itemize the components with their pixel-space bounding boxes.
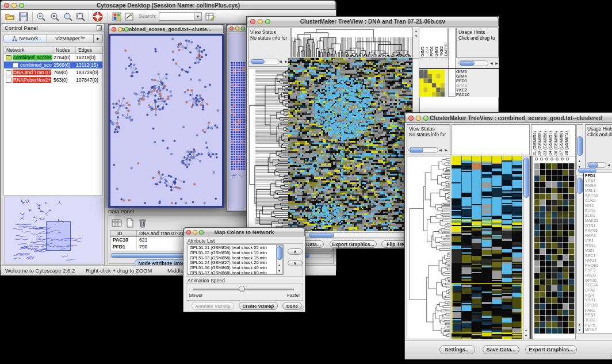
gene-label[interactable]: YSH1: [585, 298, 612, 303]
gene-label[interactable]: RPO21: [585, 303, 612, 308]
open-file-icon[interactable]: [5, 12, 15, 21]
help-icon[interactable]: [93, 12, 103, 22]
minimize-icon[interactable]: [416, 116, 421, 121]
gene-label[interactable]: GTB1: [585, 224, 612, 229]
gene-label[interactable]: PEP5: [585, 323, 612, 328]
tab-vizmapper[interactable]: VizMapper™: [47, 34, 94, 43]
close-icon[interactable]: [230, 26, 234, 30]
save-data-button[interactable]: Save Data...: [483, 345, 519, 354]
vscroll-thumb[interactable]: [523, 158, 529, 198]
zoom-window-icon[interactable]: [265, 19, 270, 24]
scroll-up-icon[interactable]: ▲: [277, 263, 282, 268]
scroll-left-icon[interactable]: ◀: [489, 61, 494, 66]
delete-attribute-icon[interactable]: [138, 218, 147, 228]
row-dendrogram[interactable]: [407, 156, 450, 339]
scroll-left-icon[interactable]: ◀: [438, 148, 443, 153]
hscroll-thumb[interactable]: [588, 163, 598, 167]
column-header-id[interactable]: ID: [110, 231, 137, 236]
treeview1-title-bar[interactable]: ClusterMaker TreeView : DNA and Tran 07-…: [247, 17, 499, 26]
create-vizmap-button[interactable]: Create Vizmap: [239, 302, 278, 310]
resize-grip[interactable]: [610, 352, 612, 359]
column-labels-vscrollbar[interactable]: ▲ ▼: [576, 124, 583, 170]
gene-label[interactable]: PUF3: [585, 268, 612, 273]
network1-canvas[interactable]: [109, 34, 224, 208]
vscroll-thumb[interactable]: [577, 178, 583, 194]
hscroll-thumb[interactable]: [460, 61, 475, 66]
resize-grip[interactable]: [298, 305, 304, 311]
move-up-button[interactable]: ∧: [288, 248, 303, 255]
zoom-selected-icon[interactable]: [63, 12, 73, 22]
scroll-down-icon[interactable]: ▼: [277, 269, 282, 274]
move-down-button[interactable]: ∨: [288, 260, 303, 266]
scroll-up-icon[interactable]: ▲: [523, 328, 529, 333]
gene-label[interactable]: MSL1: [585, 189, 612, 194]
network-table-row[interactable]: combined_scores2764(0)16218(0): [4, 54, 102, 62]
gene-label[interactable]: PHO81: [585, 263, 612, 269]
gene-label[interactable]: YRA1: [585, 179, 612, 184]
zoom-window-icon[interactable]: [423, 116, 429, 121]
column-dendrogram[interactable]: [291, 28, 413, 58]
slider-thumb[interactable]: [239, 286, 245, 292]
network-table-row[interactable]: DNA and Tran 07769(0)183728(0): [4, 69, 102, 76]
gene-label[interactable]: SEC1: [585, 254, 612, 259]
usage-hints-hscrollbar[interactable]: [458, 60, 488, 66]
usage-hints-hscrollbar[interactable]: [587, 162, 606, 168]
vizmapper-icon[interactable]: [112, 12, 121, 21]
settings-button[interactable]: Settings...: [439, 345, 475, 354]
heatmap-vscrollbar[interactable]: ▲ ▼: [523, 156, 530, 339]
tabs-overflow-button[interactable]: ▶: [94, 34, 103, 43]
network1-title-bar[interactable]: combined_scores_good.txt--cluste...: [109, 25, 224, 33]
gene-label[interactable]: MAK31: [585, 219, 612, 224]
heatmap-column-label[interactable]: GIM3: [434, 47, 438, 56]
scroll-down-icon[interactable]: ▼: [523, 334, 529, 339]
close-icon[interactable]: [250, 19, 255, 24]
network-table-row[interactable]: RNAPuberNov2+563(0)107847(0): [4, 76, 102, 84]
gene-label[interactable]: PAN1: [585, 308, 612, 313]
gene-label[interactable]: CLN1: [585, 198, 612, 204]
gene-label[interactable]: CPA2: [585, 288, 612, 293]
float-panel-icon[interactable]: [97, 25, 102, 30]
scroll-right-icon[interactable]: ▶: [494, 61, 499, 66]
gene-label[interactable]: HMG1: [585, 258, 612, 263]
dialog-title-bar[interactable]: Map Colors to Network: [183, 228, 305, 236]
zoom-window-icon[interactable]: [19, 3, 24, 8]
zoom-window-icon[interactable]: [241, 26, 245, 30]
scroll-up-icon[interactable]: ▲: [577, 159, 582, 164]
birdseye-view[interactable]: [4, 197, 102, 263]
export-graphics-button[interactable]: Export Graphics...: [525, 345, 577, 354]
network-table-column-header[interactable]: Network: [4, 47, 53, 53]
heatmap-hscrollbar[interactable]: [288, 232, 412, 238]
vscroll-thumb[interactable]: [577, 136, 583, 156]
gene-label[interactable]: RNR4: [585, 183, 612, 189]
scroll-left-icon[interactable]: ◀: [606, 163, 611, 168]
scroll-up-icon[interactable]: ▲: [414, 29, 419, 34]
gene-label[interactable]: SEC24: [585, 283, 612, 288]
animate-vizmap-button[interactable]: Animate Vizmap: [192, 302, 234, 310]
tab-network[interactable]: Network: [3, 34, 47, 43]
attribute-list-item[interactable]: GPL51-07 (GSM868) heat shock 60 min: [190, 271, 283, 275]
heatmap-column-label[interactable]: PAC10: [444, 44, 447, 56]
close-icon[interactable]: [408, 116, 414, 121]
similarity-matrix[interactable]: [419, 70, 445, 97]
birdseye-viewport-rect[interactable]: [46, 221, 71, 251]
scroll-up-icon[interactable]: ▲: [577, 322, 582, 327]
heatmap-column-label[interactable]: YKE2: [439, 46, 443, 56]
gene-label[interactable]: NTR2: [585, 243, 612, 248]
column-dendrogram[interactable]: [452, 124, 530, 155]
gene-label[interactable]: FIG4: [585, 293, 612, 298]
zoom-in-icon[interactable]: [50, 12, 60, 22]
close-icon[interactable]: [112, 27, 116, 32]
gene-label[interactable]: RPN1: [585, 313, 612, 318]
row-dendrogram[interactable]: [248, 68, 289, 231]
heatmap-column-label[interactable]: GIM5: [420, 47, 424, 56]
minimize-icon[interactable]: [235, 26, 239, 30]
scroll-right-icon[interactable]: ▶: [443, 148, 449, 153]
gene-list-vscrollbar[interactable]: ▲ ▼: [576, 175, 583, 334]
heatmap-column-label[interactable]: GIM4: [425, 47, 429, 56]
attribute-browser-icon[interactable]: [205, 12, 215, 21]
annotation-icon[interactable]: [125, 12, 134, 21]
minimize-icon[interactable]: [258, 19, 263, 24]
main-title-bar[interactable]: Cytoscape Desktop (Session Name: collins…: [1, 1, 336, 10]
scroll-left-icon[interactable]: ◀: [278, 59, 283, 64]
scroll-down-icon[interactable]: ▼: [414, 34, 419, 39]
